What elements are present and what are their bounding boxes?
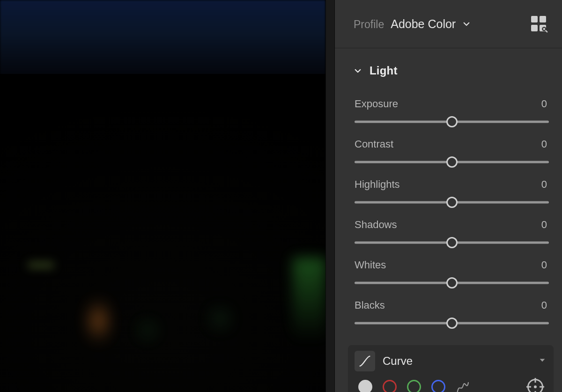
chevron-down-icon <box>462 20 471 28</box>
slider-knob[interactable] <box>446 197 458 208</box>
slider-track[interactable] <box>355 277 549 289</box>
slider-blacks: Blacks0 <box>355 294 549 334</box>
target-adjustment-button[interactable] <box>527 379 543 392</box>
slider-knob[interactable] <box>446 237 458 248</box>
chevron-down-icon <box>354 67 362 75</box>
slider-track[interactable] <box>355 116 549 128</box>
slider-highlights: Highlights0 <box>355 173 549 213</box>
magnifier-icon <box>541 26 548 33</box>
preview-sky <box>0 0 325 75</box>
slider-knob[interactable] <box>446 156 458 168</box>
curve-section: Curve <box>348 345 554 392</box>
slider-value[interactable]: 0 <box>541 178 547 191</box>
svg-line-1 <box>546 30 547 32</box>
preview-glow <box>211 309 229 328</box>
preview-glow <box>293 258 325 342</box>
slider-label: Whites <box>355 259 386 271</box>
slider-shadows: Shadows0 <box>355 213 549 253</box>
slider-label: Highlights <box>355 178 400 191</box>
curve-channel-green[interactable] <box>407 380 421 392</box>
panel-divider[interactable] <box>325 0 335 392</box>
slider-label: Contrast <box>355 138 393 150</box>
svg-point-0 <box>542 27 546 30</box>
light-section-header[interactable]: Light <box>335 48 562 81</box>
profile-row: Profile Adobe Color <box>335 0 562 48</box>
preview-glow <box>89 300 108 342</box>
slider-knob[interactable] <box>446 277 458 288</box>
profile-label: Profile <box>354 18 384 31</box>
slider-track[interactable] <box>355 156 549 168</box>
slider-whites: Whites0 <box>355 253 549 294</box>
curve-channel-row <box>355 371 546 392</box>
parametric-curve-icon[interactable] <box>456 380 470 392</box>
slider-exposure: Exposure0 <box>355 92 549 133</box>
curve-channel-luma[interactable] <box>358 380 372 392</box>
light-sliders: Exposure0Contrast0Highlights0Shadows0Whi… <box>335 81 562 341</box>
slider-value[interactable]: 0 <box>541 138 547 150</box>
preview-ground <box>0 74 325 392</box>
slider-track[interactable] <box>355 237 549 249</box>
slider-value[interactable]: 0 <box>541 259 547 271</box>
slider-label: Exposure <box>355 98 398 110</box>
slider-knob[interactable] <box>446 116 458 127</box>
slider-value[interactable]: 0 <box>541 299 547 311</box>
preview-glow <box>28 262 54 268</box>
preview-glow <box>140 323 155 337</box>
slider-contrast: Contrast0 <box>355 133 549 173</box>
curve-channel-red[interactable] <box>383 380 397 392</box>
chevron-down-icon <box>539 356 546 366</box>
image-preview[interactable] <box>0 0 325 392</box>
profile-selector[interactable]: Adobe Color <box>391 17 471 31</box>
curve-icon <box>355 351 375 371</box>
profile-value-text: Adobe Color <box>391 17 456 31</box>
slider-label: Shadows <box>355 219 397 231</box>
slider-value[interactable]: 0 <box>541 219 547 231</box>
slider-track[interactable] <box>355 317 549 329</box>
slider-value[interactable]: 0 <box>541 98 547 110</box>
profile-browse-button[interactable] <box>531 16 547 32</box>
svg-marker-2 <box>540 359 545 362</box>
slider-track[interactable] <box>355 196 549 208</box>
edit-panel: Profile Adobe Color Light Ex <box>335 0 562 392</box>
light-section-title: Light <box>370 64 398 77</box>
curve-header[interactable]: Curve <box>355 351 546 371</box>
curve-title: Curve <box>383 355 413 368</box>
slider-label: Blacks <box>355 299 385 311</box>
slider-knob[interactable] <box>446 318 458 329</box>
curve-channel-blue[interactable] <box>431 380 445 392</box>
